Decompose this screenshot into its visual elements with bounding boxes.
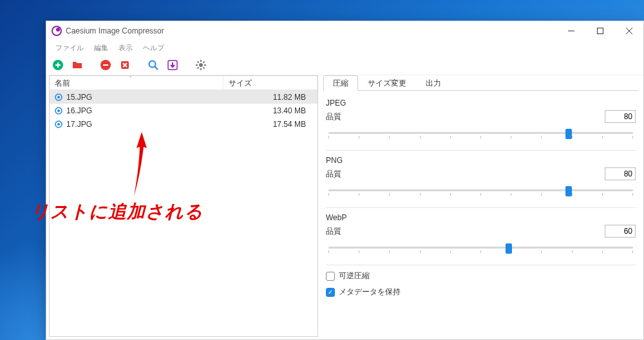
list-header: ˄ 名前 サイズ [50,76,317,90]
tabbar: 圧縮 サイズ変更 出力 [323,75,638,91]
file-name: 15.JPG [66,93,223,102]
compress-button[interactable] [165,57,180,73]
jpeg-quality-slider[interactable] [326,127,636,140]
folder-icon [71,59,83,71]
menubar: ファイル 編集 表示 ヘルプ [46,41,643,55]
slider-thumb[interactable] [506,243,512,254]
image-file-icon [55,93,62,101]
clear-button[interactable] [117,57,133,73]
png-quality-label: 品質 [326,169,605,180]
file-size: 11.82 MB [223,93,317,102]
trash-x-icon [119,59,131,71]
slider-thumb[interactable] [565,129,572,139]
preview-button[interactable] [146,57,161,73]
svg-point-28 [57,109,60,112]
magnifier-icon [147,59,159,71]
plus-circle-icon [52,59,64,71]
gear-icon [195,59,207,71]
minus-circle-icon [100,59,111,71]
lossless-checkbox[interactable] [326,272,335,281]
options-pane: 圧縮 サイズ変更 出力 JPEG 品質 PNG 品質 [321,75,643,339]
sort-indicator-icon: ˄ [129,75,132,81]
column-name[interactable]: 名前 [50,76,223,90]
tab-resize[interactable]: サイズ変更 [358,75,416,90]
app-icon [52,26,62,36]
window-title: Caesium Image Compressor [66,26,556,35]
slider-thumb[interactable] [565,186,572,196]
toolbar [46,55,643,75]
lossless-label: 可逆圧縮 [339,270,370,281]
titlebar: Caesium Image Compressor [46,21,643,41]
tab-output[interactable]: 出力 [416,75,451,90]
table-row[interactable]: 16.JPG13.40 MB [50,104,317,117]
image-file-icon [55,120,62,128]
svg-line-24 [198,67,199,68]
jpeg-section-label: JPEG [326,99,636,108]
menu-view[interactable]: 表示 [113,42,138,54]
file-name: 17.JPG [66,120,223,129]
png-quality-input[interactable] [605,167,636,180]
svg-line-22 [204,67,205,68]
webp-quality-slider[interactable] [326,241,636,254]
jpeg-quality-input[interactable] [605,110,636,123]
webp-quality-label: 品質 [326,226,605,237]
menu-file[interactable]: ファイル [50,42,89,54]
add-button[interactable] [50,57,66,73]
tab-compress[interactable]: 圧縮 [323,75,358,91]
file-size: 13.40 MB [223,106,317,115]
remove-button[interactable] [98,57,113,73]
close-button[interactable] [614,21,643,41]
metadata-label: メタデータを保持 [339,287,401,298]
annotation-arrow-icon [122,129,161,206]
svg-line-23 [204,61,205,62]
webp-section-label: WebP [326,213,636,222]
file-name: 16.JPG [66,106,223,115]
svg-line-13 [155,66,158,70]
menu-help[interactable]: ヘルプ [138,42,169,54]
jpeg-quality-label: 品質 [326,111,605,122]
svg-point-16 [199,63,203,67]
file-list[interactable]: 15.JPG11.82 MB16.JPG13.40 MB17.JPG17.54 … [50,90,317,131]
download-box-icon [167,59,178,71]
png-quality-slider[interactable] [326,184,636,197]
open-folder-button[interactable] [70,57,85,73]
svg-point-30 [57,123,60,126]
webp-quality-input[interactable] [605,225,636,238]
column-size[interactable]: サイズ [223,76,317,90]
image-file-icon [55,107,62,115]
svg-line-21 [198,61,199,62]
file-size: 17.54 MB [223,120,317,129]
png-section-label: PNG [326,156,636,165]
menu-edit[interactable]: 編集 [89,42,113,54]
metadata-checkbox[interactable]: ✓ [326,288,335,297]
maximize-button[interactable] [585,21,614,41]
svg-rect-1 [597,28,603,34]
table-row[interactable]: 17.JPG17.54 MB [50,117,317,131]
svg-point-12 [149,61,156,67]
svg-point-26 [57,96,60,99]
minimize-button[interactable] [556,21,585,41]
settings-button[interactable] [193,57,209,73]
table-row[interactable]: 15.JPG11.82 MB [50,90,317,104]
annotation-text: リストに追加される [31,200,204,224]
